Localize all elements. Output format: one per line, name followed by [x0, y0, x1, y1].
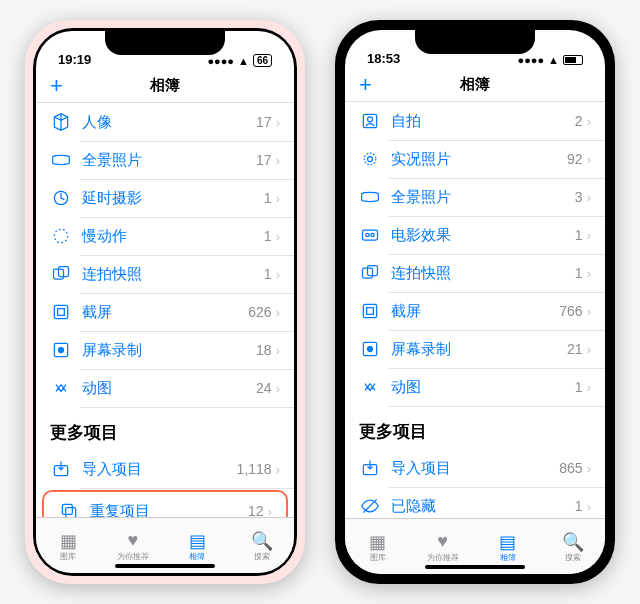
row-count: 1	[264, 266, 272, 282]
albums-icon: ▤	[499, 531, 516, 551]
chevron-right-icon: ›	[587, 342, 591, 357]
row-label: 慢动作	[82, 227, 264, 246]
row-count: 1	[264, 228, 272, 244]
section-header: 更多项目	[345, 406, 605, 449]
row-label: 连拍快照	[82, 265, 264, 284]
tab-search[interactable]: 🔍搜索	[540, 519, 605, 574]
list-row[interactable]: 连拍快照1›	[345, 254, 605, 292]
nav-header: + 相簿	[36, 69, 294, 103]
svg-point-12	[368, 117, 373, 122]
screenrec-icon	[359, 338, 381, 360]
status-time: 19:19	[58, 52, 91, 67]
screenrec-icon	[50, 339, 72, 361]
row-label: 实况照片	[391, 150, 567, 169]
tab-search[interactable]: 🔍搜索	[230, 518, 295, 573]
album-list[interactable]: 人像17›全景照片17›延时摄影1›慢动作1›连拍快照1›截屏626›屏幕录制1…	[36, 103, 294, 517]
list-row[interactable]: 导入项目865›	[345, 449, 605, 487]
row-count: 17	[256, 114, 272, 130]
row-label: 导入项目	[391, 459, 559, 478]
status-time: 18:53	[367, 51, 400, 66]
list-row[interactable]: 重复项目12›	[44, 492, 286, 517]
svg-rect-20	[363, 304, 376, 317]
list-row[interactable]: 导入项目1,118›	[36, 450, 294, 488]
selfie-icon	[359, 110, 381, 132]
cube-icon	[50, 111, 72, 133]
row-label: 全景照片	[82, 151, 256, 170]
tab-library[interactable]: ▦图库	[36, 518, 101, 573]
battery-box: 66	[253, 54, 272, 67]
row-count: 1	[575, 379, 583, 395]
list-row[interactable]: 截屏626›	[36, 293, 294, 331]
list-row[interactable]: 慢动作1›	[36, 217, 294, 255]
notch	[415, 30, 535, 54]
chevron-right-icon: ›	[276, 153, 280, 168]
row-label: 动图	[82, 379, 256, 398]
svg-point-17	[371, 233, 374, 236]
home-indicator[interactable]	[115, 564, 215, 568]
tab-label: 图库	[60, 551, 76, 562]
phone-right: 18:53 ●●●● ▲ + 相簿 自拍2›实况照片92›全景照片3›电影效果1…	[335, 20, 615, 584]
list-row[interactable]: 实况照片92›	[345, 140, 605, 178]
list-row[interactable]: 动图1›	[345, 368, 605, 406]
notch	[105, 31, 225, 55]
chevron-right-icon: ›	[587, 228, 591, 243]
battery-icon	[563, 55, 583, 65]
library-icon: ▦	[60, 530, 77, 550]
tab-library[interactable]: ▦图库	[345, 519, 410, 574]
chevron-right-icon: ›	[276, 462, 280, 477]
row-count: 865	[559, 460, 582, 476]
chevron-right-icon: ›	[276, 343, 280, 358]
home-indicator[interactable]	[425, 565, 525, 569]
chevron-right-icon: ›	[276, 191, 280, 206]
albums-icon: ▤	[189, 530, 206, 550]
row-label: 电影效果	[391, 226, 575, 245]
row-count: 1,118	[237, 461, 272, 477]
chevron-right-icon: ›	[587, 461, 591, 476]
pano-icon	[359, 186, 381, 208]
chevron-right-icon: ›	[276, 381, 280, 396]
slomo-icon	[50, 225, 72, 247]
timelapse-icon	[50, 187, 72, 209]
tab-label: 搜索	[565, 552, 581, 563]
chevron-right-icon: ›	[587, 190, 591, 205]
nav-header: + 相簿	[345, 68, 605, 102]
foryou-icon: ♥	[437, 531, 448, 551]
list-row[interactable]: 自拍2›	[345, 102, 605, 140]
section-header: 更多项目	[36, 407, 294, 450]
tab-label: 图库	[370, 552, 386, 563]
row-label: 自拍	[391, 112, 575, 131]
row-count: 18	[256, 342, 272, 358]
list-row[interactable]: 人像17›	[36, 103, 294, 141]
highlight-box: 重复项目12›已隐藏🔒最近删除🔒	[42, 490, 288, 517]
list-row[interactable]: 电影效果1›	[345, 216, 605, 254]
list-row[interactable]: 连拍快照1›	[36, 255, 294, 293]
list-row[interactable]: 动图24›	[36, 369, 294, 407]
svg-rect-4	[54, 305, 67, 318]
row-label: 屏幕录制	[391, 340, 567, 359]
import-icon	[50, 458, 72, 480]
svg-rect-15	[363, 230, 378, 240]
search-icon: 🔍	[562, 531, 584, 551]
add-button[interactable]: +	[359, 72, 372, 98]
list-row[interactable]: 延时摄影1›	[36, 179, 294, 217]
svg-point-1	[54, 229, 67, 242]
chevron-right-icon: ›	[276, 115, 280, 130]
row-label: 人像	[82, 113, 256, 132]
album-list[interactable]: 自拍2›实况照片92›全景照片3›电影效果1›连拍快照1›截屏766›屏幕录制2…	[345, 102, 605, 518]
add-button[interactable]: +	[50, 73, 63, 99]
tab-label: 为你推荐	[427, 552, 459, 563]
signal-icon: ●●●●	[518, 54, 545, 66]
row-count: 1	[575, 498, 583, 514]
list-row[interactable]: 屏幕录制18›	[36, 331, 294, 369]
list-row[interactable]: 已隐藏1›	[345, 487, 605, 518]
list-row[interactable]: 屏幕录制21›	[345, 330, 605, 368]
row-count: 1	[264, 190, 272, 206]
cinema-icon	[359, 224, 381, 246]
row-label: 截屏	[82, 303, 248, 322]
tab-label: 相簿	[189, 551, 205, 562]
list-row[interactable]: 全景照片3›	[345, 178, 605, 216]
list-row[interactable]: 截屏766›	[345, 292, 605, 330]
list-row[interactable]: 全景照片17›	[36, 141, 294, 179]
search-icon: 🔍	[251, 530, 273, 550]
wifi-icon: ▲	[548, 54, 559, 66]
